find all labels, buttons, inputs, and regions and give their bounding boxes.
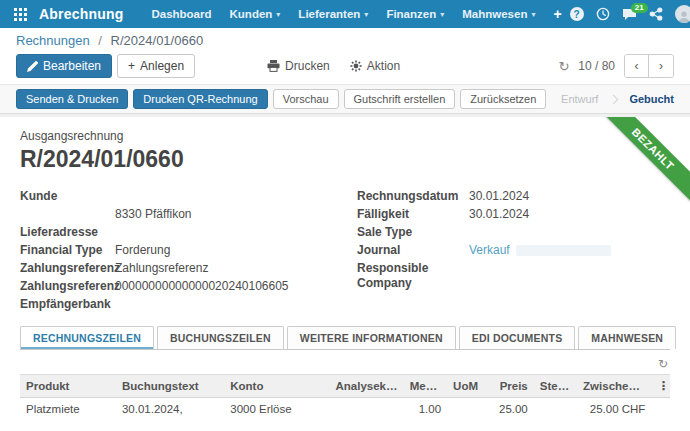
table-header-row: Produkt Buchungstext Konto Analysekonto … [20,375,670,398]
table-row[interactable]: Platzmiete Tennis 30.01.2024, 21:00:00 -… [20,398,670,416]
field-journal: Journal Verkauf [357,243,670,258]
navbar-left: Abrechnung Dashboard Kunden▾ Lieferanten… [8,4,570,24]
invoice-number-title: R/2024/01/0660 [20,146,670,173]
send-print-button[interactable]: Senden & Drucken [16,89,128,109]
notebook-tabs: RECHNUNGSZEILEN BUCHUNGSZEILEN WEITERE I… [20,326,670,350]
tab-weitere-informationen[interactable]: WEITERE INFORMATIONEN [287,326,456,349]
breadcrumb: Rechnungen / R/2024/01/0660 [16,33,674,48]
fields-right-column: Rechnungsdatum 30.01.2024 Fälligkeit 30.… [357,189,670,312]
preview-button[interactable]: Vorschau [273,89,339,109]
pencil-icon [27,61,38,72]
chevron-down-icon: ▾ [531,10,535,19]
breadcrumb-separator: / [98,33,102,48]
journal-redacted-suffix [516,245,611,256]
col-produkt[interactable]: Produkt [20,375,116,398]
print-menu-button[interactable]: Drucken [267,59,330,73]
chevron-down-icon: ▾ [440,10,444,19]
refresh-icon[interactable]: ↻ [558,59,569,74]
field-zahlungsreferenz-2: Zahlungsreferenz 00000000000000020240106… [20,279,333,294]
lines-refresh-icon[interactable]: ↻ [658,357,668,371]
field-columns: Kunde 8330 Pfäffikon Lieferadresse Finan… [20,189,670,312]
create-button[interactable]: + Anlegen [117,54,195,78]
pager-previous-button[interactable]: ‹ [625,55,649,77]
navbar-right: ? 21 [570,5,690,23]
invoice-lines-table: Produkt Buchungstext Konto Analysekonto … [20,374,670,415]
user-avatar[interactable] [675,5,690,23]
breadcrumb-current: R/2024/01/0660 [111,33,204,48]
tab-buchungszeilen[interactable]: BUCHUNGSZEILEN [157,326,284,349]
chevron-down-icon: ▾ [364,10,368,19]
menu-dashboard[interactable]: Dashboard [143,5,219,23]
document-type-label: Ausgangsrechnung [20,129,670,143]
main-menu: Dashboard Kunden▾ Lieferanten▾ Finanzen▾… [143,4,569,24]
breadcrumb-parent-link[interactable]: Rechnungen [16,33,90,48]
menu-finanzen[interactable]: Finanzen▾ [378,5,452,23]
tab-edi-documents[interactable]: EDI DOCUMENTS [459,326,576,349]
pager: ↻ 10 / 80 ‹ › [558,54,674,78]
messages-badge: 21 [631,3,648,14]
control-panel-buttons-row: Bearbeiten + Anlegen Drucken Aktion ↻ 10… [16,54,674,78]
col-zwischensumme[interactable]: Zwischensumme.. [577,375,651,398]
statusbar-buttons: Senden & Drucken Drucken QR-Rechnung Vor… [16,89,546,109]
lines-toolbar: ↻ [20,350,670,374]
credit-note-button[interactable]: Gutschrift erstellen [344,89,456,109]
col-konto[interactable]: Konto [224,375,329,398]
journal-link[interactable]: Verkauf [469,243,510,257]
menu-kunden[interactable]: Kunden▾ [222,5,289,23]
status-pipeline: Entwurf Gebucht [561,93,674,105]
help-icon[interactable]: ? [570,7,584,21]
tab-mahnwesen[interactable]: MAHNWESEN [578,326,676,349]
field-faelligkeit: Fälligkeit 30.01.2024 [357,207,670,222]
pager-value: 10 / 80 [578,59,615,73]
edit-button[interactable]: Bearbeiten [16,54,112,78]
state-draft[interactable]: Entwurf [561,93,598,105]
share-nodes-icon[interactable] [649,7,663,21]
control-panel: Rechnungen / R/2024/01/0660 Bearbeiten +… [0,28,690,84]
col-uom[interactable]: UoM [447,375,484,398]
menu-lieferanten[interactable]: Lieferanten▾ [290,5,376,23]
pager-buttons: ‹ › [624,54,674,78]
new-plus-button[interactable]: + [545,4,569,24]
field-rechnungsdatum: Rechnungsdatum 30.01.2024 [357,189,670,204]
col-menge[interactable]: Menge [404,375,447,398]
field-empfaengerbank: Empfängerbank [20,297,333,312]
field-sale-type: Sale Type [357,225,670,240]
field-kunde: Kunde [20,189,333,204]
gear-icon [350,60,362,72]
field-financial-type: Financial Type Forderung [20,243,333,258]
tab-rechnungszeilen[interactable]: RECHNUNGSZEILEN [20,326,154,349]
field-lieferadresse: Lieferadresse [20,225,333,240]
print-action-menus: Drucken Aktion [267,59,400,73]
field-kunde-city: 8330 Pfäffikon [20,207,333,222]
messages-icon[interactable]: 21 [622,8,637,21]
col-preis[interactable]: Preis [484,375,534,398]
chevron-down-icon: ▾ [276,10,280,19]
col-analysekonto[interactable]: Analysekonto [330,375,404,398]
field-responsible-company: Responsible Company [357,261,670,291]
reset-button[interactable]: Zurücksetzen [460,89,546,109]
action-menu-button[interactable]: Aktion [350,59,400,73]
menu-mahnwesen[interactable]: Mahnwesen▾ [454,5,543,23]
top-navbar: Abrechnung Dashboard Kunden▾ Lieferanten… [0,0,690,28]
state-posted[interactable]: Gebucht [629,93,674,105]
chevron-right-icon [609,94,619,104]
field-zahlungsreferenz-1: Zahlungsreferenz Zahlungsreferenz [20,261,333,276]
optional-columns-icon[interactable]: ⋮ [651,375,670,398]
apps-grid-icon[interactable] [8,6,33,23]
activity-clock-icon[interactable] [596,7,610,21]
pager-next-button[interactable]: › [649,55,673,77]
fields-left-column: Kunde 8330 Pfäffikon Lieferadresse Finan… [20,189,333,312]
print-qr-button[interactable]: Drucken QR-Rechnung [133,89,267,109]
printer-icon [267,60,280,72]
record-buttons: Bearbeiten + Anlegen [16,54,195,78]
invoice-form-sheet: BEZAHLT Ausgangsrechnung R/2024/01/0660 … [0,117,690,415]
col-steuern[interactable]: Steuern [534,375,577,398]
plus-icon: + [128,59,135,73]
col-buchungstext[interactable]: Buchungstext [116,375,224,398]
form-statusbar: Senden & Drucken Drucken QR-Rechnung Vor… [0,84,690,114]
app-brand[interactable]: Abrechnung [39,6,123,22]
